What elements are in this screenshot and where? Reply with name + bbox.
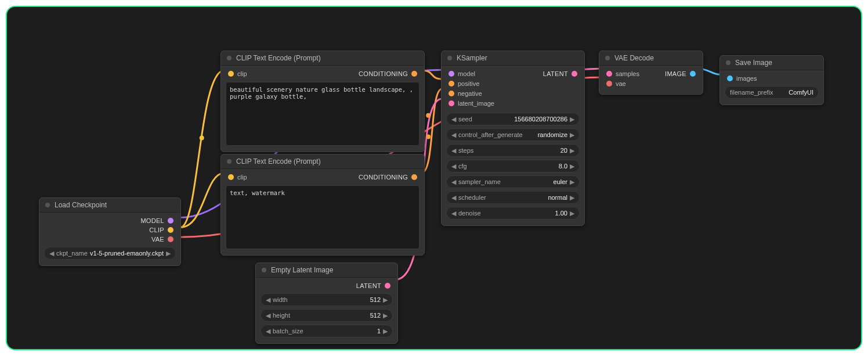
output-port-conditioning[interactable]: CONDITIONING (356, 172, 419, 182)
node-clip-text-encode-negative[interactable]: CLIP Text Encode (Prompt) clip CONDITION… (220, 154, 425, 256)
node-save-image[interactable]: Save Image images filename_prefix ComfyU… (719, 55, 824, 105)
node-title: Load Checkpoint (55, 201, 107, 209)
node-vae-decode[interactable]: VAE Decode samples vae IMAGE (599, 51, 703, 95)
output-port-clip[interactable]: CLIP (44, 225, 176, 235)
collapse-icon[interactable] (227, 56, 232, 60)
arrow-right-icon[interactable]: ▶ (165, 250, 172, 257)
arrow-left-icon[interactable]: ◀ (450, 178, 457, 186)
port-dot-image-icon (727, 75, 733, 81)
arrow-right-icon[interactable]: ▶ (569, 178, 576, 186)
prompt-textarea-negative[interactable]: text, watermark (226, 185, 419, 249)
node-header[interactable]: Save Image (720, 56, 823, 70)
arrow-right-icon[interactable]: ▶ (569, 194, 576, 202)
input-port-vae[interactable]: vae (604, 79, 698, 88)
node-load-checkpoint[interactable]: Load Checkpoint MODEL CLIP VAE ◀ ckpt_na… (39, 197, 181, 266)
output-port-conditioning[interactable]: CONDITIONING (356, 69, 419, 78)
output-port-latent[interactable]: LATENT (541, 69, 580, 78)
node-title: KSampler (457, 54, 487, 62)
widget-width[interactable]: ◀ width 512 ▶ (261, 293, 393, 306)
arrow-left-icon[interactable]: ◀ (450, 131, 457, 139)
collapse-icon[interactable] (227, 159, 232, 164)
port-dot-conditioning-icon (449, 91, 454, 96)
node-header[interactable]: Load Checkpoint (39, 198, 180, 213)
node-header[interactable]: Empty Latent Image (256, 263, 397, 278)
collapse-icon[interactable] (605, 56, 610, 60)
prompt-textarea-positive[interactable]: beautiful scenery nature glass bottle la… (226, 82, 419, 146)
arrow-left-icon[interactable]: ◀ (265, 296, 272, 304)
output-port-image[interactable]: IMAGE (663, 69, 698, 78)
port-dot-latent-icon (385, 283, 390, 289)
svg-point-2 (426, 135, 431, 139)
widget-steps[interactable]: ◀steps20▶ (446, 144, 580, 157)
arrow-right-icon[interactable]: ▶ (569, 210, 576, 217)
node-header[interactable]: CLIP Text Encode (Prompt) (221, 154, 424, 169)
arrow-right-icon[interactable]: ▶ (569, 116, 576, 123)
node-empty-latent-image[interactable]: Empty Latent Image LATENT ◀ width 512 ▶ … (255, 262, 398, 344)
input-port-latent-image[interactable]: latent_image (446, 99, 580, 108)
port-dot-vae-icon (168, 236, 173, 242)
node-canvas[interactable]: Load Checkpoint MODEL CLIP VAE ◀ ckpt_na… (7, 7, 861, 349)
arrow-left-icon[interactable]: ◀ (450, 194, 457, 202)
arrow-left-icon[interactable]: ◀ (450, 210, 457, 217)
arrow-right-icon[interactable]: ▶ (569, 147, 576, 154)
input-port-images[interactable]: images (725, 74, 819, 83)
port-dot-latent-icon (606, 71, 612, 77)
widget-seed[interactable]: ◀seed156680208700286▶ (446, 113, 580, 125)
widget-cfg[interactable]: ◀cfg8.0▶ (446, 160, 580, 172)
collapse-icon[interactable] (726, 60, 730, 65)
port-dot-model-icon (449, 71, 454, 77)
node-header[interactable]: VAE Decode (599, 51, 703, 66)
widget-height[interactable]: ◀ height 512 ▶ (261, 309, 393, 322)
widget-control-after-generate[interactable]: ◀control_after_generaterandomize▶ (446, 128, 580, 141)
arrow-left-icon[interactable]: ◀ (450, 147, 457, 154)
arrow-right-icon[interactable]: ▶ (569, 163, 576, 170)
port-dot-image-icon (690, 71, 696, 77)
arrow-left-icon[interactable]: ◀ (450, 116, 457, 123)
port-dot-conditioning-icon (449, 81, 454, 87)
port-dot-clip-icon (168, 227, 173, 233)
node-title: CLIP Text Encode (Prompt) (236, 54, 321, 62)
node-title: VAE Decode (614, 54, 654, 62)
port-dot-model-icon (168, 218, 173, 224)
port-dot-clip-icon (228, 174, 234, 180)
input-port-clip[interactable]: clip (226, 172, 249, 182)
widget-scheduler[interactable]: ◀schedulernormal▶ (446, 191, 580, 204)
widget-denoise[interactable]: ◀denoise1.00▶ (446, 207, 580, 220)
port-dot-latent-icon (572, 71, 577, 77)
port-dot-clip-icon (228, 71, 234, 77)
arrow-right-icon[interactable]: ▶ (382, 296, 389, 304)
node-header[interactable]: KSampler (442, 51, 584, 66)
arrow-left-icon[interactable]: ◀ (48, 250, 55, 257)
node-header[interactable]: CLIP Text Encode (Prompt) (221, 51, 424, 66)
node-title: Save Image (735, 59, 772, 67)
output-port-latent[interactable]: LATENT (261, 281, 393, 290)
arrow-left-icon[interactable]: ◀ (265, 312, 272, 319)
input-port-positive[interactable]: positive (446, 79, 580, 88)
arrow-left-icon[interactable]: ◀ (450, 163, 457, 170)
output-port-model[interactable]: MODEL (44, 216, 176, 225)
widget-ckpt-name[interactable]: ◀ ckpt_name v1-5-pruned-emaonly.ckpt ▶ (44, 247, 176, 260)
collapse-icon[interactable] (447, 56, 452, 60)
port-dot-conditioning-icon (411, 71, 417, 77)
node-title: CLIP Text Encode (Prompt) (236, 157, 321, 166)
node-clip-text-encode-positive[interactable]: CLIP Text Encode (Prompt) clip CONDITION… (220, 51, 425, 152)
input-port-negative[interactable]: negative (446, 89, 580, 98)
arrow-right-icon[interactable]: ▶ (569, 131, 576, 139)
arrow-right-icon[interactable]: ▶ (382, 328, 389, 335)
collapse-icon[interactable] (262, 268, 266, 272)
port-dot-latent-icon (449, 100, 454, 106)
widget-filename-prefix[interactable]: filename_prefix ComfyUI (725, 86, 819, 99)
node-title: Empty Latent Image (271, 266, 333, 274)
port-dot-vae-icon (606, 81, 612, 87)
port-dot-conditioning-icon (411, 174, 417, 180)
output-port-vae[interactable]: VAE (44, 235, 176, 244)
arrow-left-icon[interactable]: ◀ (265, 328, 272, 335)
widget-sampler-name[interactable]: ◀sampler_nameeuler▶ (446, 175, 580, 188)
collapse-icon[interactable] (45, 203, 50, 207)
input-port-clip[interactable]: clip (226, 69, 249, 78)
app-frame: Load Checkpoint MODEL CLIP VAE ◀ ckpt_na… (6, 6, 862, 350)
arrow-right-icon[interactable]: ▶ (382, 312, 389, 319)
widget-batch-size[interactable]: ◀ batch_size 1 ▶ (261, 325, 393, 337)
node-ksampler[interactable]: KSampler model positive negative la (441, 51, 585, 226)
svg-point-0 (200, 135, 204, 140)
